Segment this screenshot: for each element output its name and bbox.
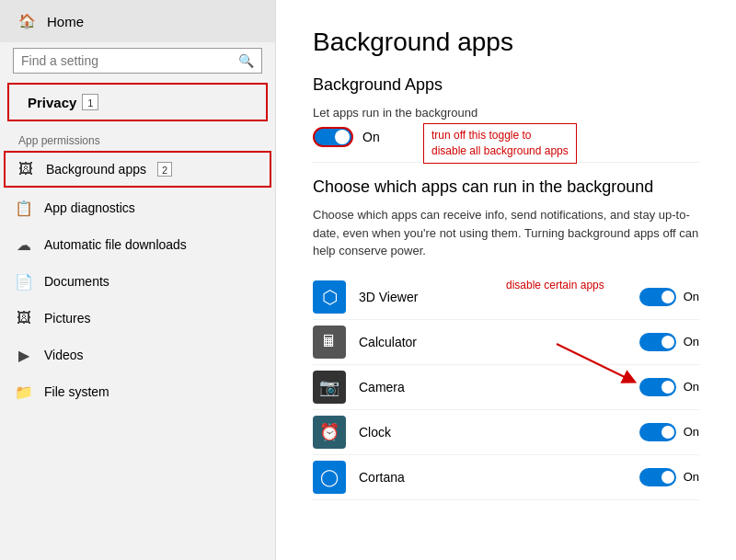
disable-annotation: disable certain apps (506, 279, 604, 291)
clock-toggle-state: On (684, 425, 699, 439)
sidebar-item-background-apps[interactable]: 🖼 Background apps 2 (4, 151, 271, 188)
toggle-row: On trun off this toggle to disable all b… (313, 127, 699, 147)
sidebar-item-file-system[interactable]: 📁 File system (0, 373, 275, 410)
cortana-toggle-state: On (684, 470, 699, 484)
sidebar-item-automatic-file-downloads[interactable]: ☁ Automatic file downloads (0, 226, 275, 263)
main-content: Background apps Background Apps Let apps… (276, 0, 736, 560)
camera-toggle[interactable] (639, 378, 676, 396)
annotation-line2: disable all background apps (431, 144, 569, 157)
sidebar-item-pictures-label: Pictures (44, 311, 91, 326)
sidebar: 🏠 Home 🔍 Privacy 1 App permissions 🖼 Bac… (0, 0, 276, 560)
3d-viewer-toggle[interactable] (639, 288, 676, 306)
camera-name: Camera (359, 380, 627, 394)
documents-icon: 📄 (15, 272, 33, 291)
app-diagnostics-icon: 📋 (15, 199, 33, 217)
app-permissions-label: App permissions (0, 125, 275, 151)
app-row-calculator: 🖩 Calculator On (313, 320, 699, 365)
camera-icon: 📷 (313, 371, 346, 404)
annotation-line1: trun off this toggle to (431, 129, 532, 142)
calculator-toggle-knob (661, 336, 674, 349)
app-row-camera: 📷 Camera On (313, 365, 699, 410)
sidebar-item-videos-label: Videos (44, 348, 84, 362)
clock-toggle-row: On (639, 423, 699, 441)
pictures-icon: 🖼 (15, 309, 33, 327)
background-apps-icon: 🖼 (17, 160, 35, 178)
cortana-name: Cortana (359, 470, 627, 485)
clock-toggle[interactable] (639, 423, 676, 441)
sidebar-home-label: Home (47, 14, 84, 29)
toggle-label: Let apps run in the background (313, 106, 699, 120)
background-apps-badge: 2 (157, 162, 172, 177)
search-input[interactable] (21, 53, 238, 68)
sidebar-item-background-apps-label: Background apps (46, 162, 146, 177)
clock-icon: ⏰ (313, 416, 346, 449)
sidebar-item-privacy[interactable]: Privacy 1 (7, 83, 268, 121)
search-box[interactable]: 🔍 (13, 48, 262, 74)
camera-toggle-row: On (639, 378, 699, 396)
home-icon: 🏠 (18, 13, 36, 29)
app-row-clock: ⏰ Clock On (313, 410, 699, 455)
cortana-icon: ◯ (313, 461, 346, 494)
sidebar-item-automatic-file-downloads-label: Automatic file downloads (44, 237, 187, 252)
sidebar-item-app-diagnostics[interactable]: 📋 App diagnostics (0, 189, 275, 226)
3d-viewer-toggle-state: On (684, 290, 699, 303)
toggle-annotation: trun off this toggle to disable all back… (423, 123, 577, 164)
privacy-label: Privacy (28, 95, 76, 110)
sidebar-item-videos[interactable]: ▶ Videos (0, 337, 275, 373)
toggle-state-text: On (362, 130, 380, 144)
automatic-downloads-icon: ☁ (15, 235, 33, 254)
calculator-icon: 🖩 (313, 326, 346, 359)
3d-viewer-name: 3D Viewer (359, 290, 627, 304)
privacy-badge: 1 (82, 94, 98, 110)
camera-toggle-knob (661, 381, 674, 394)
search-icon: 🔍 (238, 53, 254, 68)
section1-title: Background Apps (313, 75, 699, 95)
calculator-name: Calculator (359, 335, 627, 349)
section2-desc: Choose which apps can receive info, send… (313, 206, 699, 260)
sidebar-item-pictures[interactable]: 🖼 Pictures (0, 300, 275, 337)
app-row-cortana: ◯ Cortana On (313, 455, 699, 500)
clock-toggle-knob (661, 426, 674, 439)
videos-icon: ▶ (15, 346, 33, 364)
cortana-toggle[interactable] (639, 468, 676, 486)
3d-viewer-toggle-knob (661, 291, 674, 303)
page-title: Background apps (313, 28, 699, 57)
cortana-toggle-row: On (639, 468, 699, 486)
cortana-toggle-knob (661, 471, 674, 484)
clock-name: Clock (359, 425, 627, 440)
calculator-toggle-row: On (639, 333, 699, 351)
sidebar-item-file-system-label: File system (44, 384, 109, 399)
section2-title: Choose which apps can run in the backgro… (313, 162, 699, 197)
sidebar-item-documents-label: Documents (44, 274, 109, 289)
sidebar-item-documents[interactable]: 📄 Documents (0, 263, 275, 300)
toggle-knob (335, 130, 350, 144)
background-apps-master-toggle[interactable] (313, 127, 353, 147)
calculator-toggle[interactable] (639, 333, 676, 351)
3d-viewer-icon: ⬡ (313, 280, 346, 314)
calculator-toggle-state: On (684, 335, 699, 349)
app-row-3d-viewer: ⬡ 3D Viewer disable certain apps On (313, 275, 699, 320)
file-system-icon: 📁 (15, 383, 33, 401)
sidebar-item-app-diagnostics-label: App diagnostics (44, 200, 135, 215)
camera-toggle-state: On (684, 380, 699, 394)
3d-viewer-toggle-row: On (639, 288, 699, 306)
sidebar-item-home[interactable]: 🏠 Home (0, 0, 275, 42)
